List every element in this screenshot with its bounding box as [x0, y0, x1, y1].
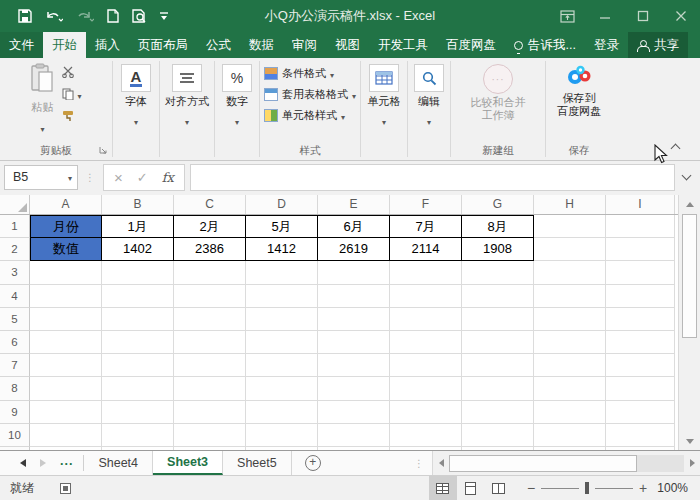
cell-D11[interactable] — [246, 447, 318, 450]
sheet-tab-sheet3[interactable]: Sheet3 — [153, 451, 223, 475]
cells-button[interactable]: 单元格 — [368, 63, 401, 143]
cell-B11[interactable] — [102, 447, 174, 450]
cell-I5[interactable] — [606, 308, 675, 331]
sheet-overflow-button[interactable]: ... — [60, 454, 73, 472]
font-button[interactable]: A 字体 — [121, 63, 151, 143]
column-header-H[interactable]: H — [534, 195, 606, 214]
cell-G8[interactable] — [462, 377, 534, 400]
next-sheet-icon[interactable] — [40, 459, 46, 467]
cell-H2[interactable] — [534, 238, 606, 261]
save-to-baidu-netdisk-button[interactable]: 保存到 百度网盘 — [557, 63, 601, 143]
scroll-left-icon[interactable] — [433, 451, 449, 475]
page-layout-view-button[interactable] — [457, 476, 485, 500]
cell-A9[interactable] — [30, 401, 102, 424]
minimize-icon[interactable] — [586, 0, 624, 32]
name-box[interactable]: B5 — [4, 165, 78, 190]
tab-data[interactable]: 数据 — [240, 32, 283, 58]
cell-D7[interactable] — [246, 354, 318, 377]
cell-A6[interactable] — [30, 331, 102, 354]
prev-sheet-icon[interactable] — [20, 459, 26, 467]
cell-B4[interactable] — [102, 285, 174, 308]
paste-button[interactable]: 粘贴 — [30, 63, 54, 143]
horizontal-scrollbar[interactable] — [432, 451, 700, 475]
font-dropdown-icon[interactable] — [134, 111, 138, 129]
horizontal-scroll-thumb[interactable] — [449, 455, 637, 472]
cell-E1[interactable]: 6月 — [318, 215, 390, 238]
tab-developer[interactable]: 开发工具 — [369, 32, 437, 58]
row-header-10[interactable]: 10 — [0, 424, 30, 447]
vertical-scrollbar[interactable] — [678, 195, 700, 450]
cell-C8[interactable] — [174, 377, 246, 400]
cell-I2[interactable] — [606, 238, 675, 261]
cell-B2[interactable]: 1402 — [102, 238, 174, 261]
cell-I6[interactable] — [606, 331, 675, 354]
insert-function-icon[interactable]: fx — [162, 170, 174, 185]
cut-button[interactable] — [62, 66, 81, 78]
row-header-2[interactable]: 2 — [0, 238, 30, 261]
cell-H4[interactable] — [534, 285, 606, 308]
cell-A11[interactable] — [30, 447, 102, 450]
cell-C3[interactable] — [174, 261, 246, 284]
cell-A8[interactable] — [30, 377, 102, 400]
zoom-slider-thumb[interactable] — [585, 482, 589, 494]
row-header-4[interactable]: 4 — [0, 285, 30, 308]
cell-H9[interactable] — [534, 401, 606, 424]
cell-F2[interactable]: 2114 — [390, 238, 462, 261]
cell-H11[interactable] — [534, 447, 606, 450]
cell-H10[interactable] — [534, 424, 606, 447]
alignment-dropdown-icon[interactable] — [185, 111, 189, 129]
cell-I4[interactable] — [606, 285, 675, 308]
tab-home[interactable]: 开始 — [43, 32, 86, 58]
cell-F6[interactable] — [390, 331, 462, 354]
cell-I7[interactable] — [606, 354, 675, 377]
tab-baidu-netdisk[interactable]: 百度网盘 — [437, 32, 505, 58]
cell-E10[interactable] — [318, 424, 390, 447]
cell-C5[interactable] — [174, 308, 246, 331]
cell-C4[interactable] — [174, 285, 246, 308]
cell-C10[interactable] — [174, 424, 246, 447]
row-header-11[interactable]: 11 — [0, 447, 30, 450]
cell-G6[interactable] — [462, 331, 534, 354]
cell-E4[interactable] — [318, 285, 390, 308]
sheet-tab-sheet4[interactable]: Sheet4 — [84, 451, 153, 475]
cell-H1[interactable] — [534, 215, 606, 238]
cell-D1[interactable]: 5月 — [246, 215, 318, 238]
cell-E9[interactable] — [318, 401, 390, 424]
customize-quick-access-icon[interactable] — [159, 10, 169, 22]
column-header-D[interactable]: D — [246, 195, 318, 214]
cell-H6[interactable] — [534, 331, 606, 354]
cell-G3[interactable] — [462, 261, 534, 284]
zoom-in-button[interactable]: + — [639, 482, 647, 494]
conditional-formatting-dropdown-icon[interactable] — [330, 68, 334, 80]
column-header-B[interactable]: B — [102, 195, 174, 214]
row-header-8[interactable]: 8 — [0, 377, 30, 400]
format-as-table-button[interactable]: 套用表格格式 — [264, 87, 356, 102]
page-break-view-button[interactable] — [485, 476, 513, 500]
tab-insert[interactable]: 插入 — [86, 32, 129, 58]
clipboard-dialog-launcher-icon[interactable] — [99, 143, 107, 157]
cell-A1[interactable]: 月份 — [30, 215, 102, 238]
cell-styles-button[interactable]: 单元格样式 — [264, 108, 345, 123]
redo-icon[interactable] — [76, 10, 94, 23]
cell-D9[interactable] — [246, 401, 318, 424]
cell-C1[interactable]: 2月 — [174, 215, 246, 238]
cell-D2[interactable]: 1412 — [246, 238, 318, 261]
ribbon-display-options-icon[interactable] — [548, 0, 586, 32]
tab-page-layout[interactable]: 页面布局 — [129, 32, 197, 58]
cell-B1[interactable]: 1月 — [102, 215, 174, 238]
cell-F7[interactable] — [390, 354, 462, 377]
column-header-A[interactable]: A — [30, 195, 102, 214]
cell-B6[interactable] — [102, 331, 174, 354]
number-dropdown-icon[interactable] — [235, 111, 239, 129]
cell-I8[interactable] — [606, 377, 675, 400]
column-header-G[interactable]: G — [462, 195, 534, 214]
row-header-6[interactable]: 6 — [0, 331, 30, 354]
normal-view-button[interactable] — [429, 476, 457, 500]
cells-dropdown-icon[interactable] — [382, 111, 386, 129]
cell-I10[interactable] — [606, 424, 675, 447]
add-sheet-icon[interactable]: + — [305, 455, 321, 471]
cell-A5[interactable] — [30, 308, 102, 331]
cell-F10[interactable] — [390, 424, 462, 447]
vertical-scroll-thumb[interactable] — [682, 214, 697, 338]
row-header-9[interactable]: 9 — [0, 401, 30, 424]
